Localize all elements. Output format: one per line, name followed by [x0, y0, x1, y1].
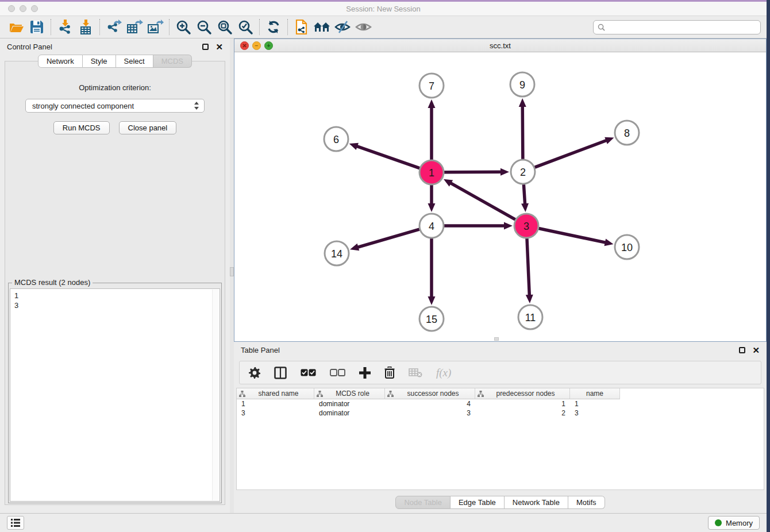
table-float-icon[interactable] — [739, 347, 745, 353]
zoom-in-button[interactable] — [173, 18, 194, 36]
task-history-button[interactable] — [7, 516, 24, 530]
column-type-icon — [387, 391, 394, 397]
export-network-button[interactable] — [103, 18, 124, 36]
export-image-button[interactable] — [145, 18, 165, 36]
float-panel-icon[interactable] — [202, 44, 209, 50]
table-cell[interactable]: 4 — [385, 399, 475, 408]
column-header-successor-nodes[interactable]: successor nodes — [385, 388, 475, 399]
table-settings-button[interactable] — [249, 365, 260, 380]
table-cell[interactable]: dominator — [314, 408, 385, 418]
node-table: shared nameMCDS rolesuccessor nodesprede… — [236, 388, 764, 490]
zoom-selected-button[interactable] — [235, 18, 256, 36]
node-label-9: 9 — [519, 79, 525, 91]
criterion-select[interactable]: strongly connected component — [25, 99, 205, 113]
first-neighbors-button[interactable] — [312, 18, 333, 36]
tab-network[interactable]: Network — [38, 55, 83, 68]
delete-table-button[interactable] — [409, 365, 422, 380]
delete-column-button[interactable] — [384, 365, 395, 380]
column-header-mcds-role[interactable]: MCDS role — [314, 388, 385, 399]
splitter-grip-icon[interactable] — [230, 267, 234, 276]
table-cell[interactable]: 3 — [570, 408, 620, 418]
import-network-button[interactable] — [55, 18, 75, 36]
gear-icon — [249, 367, 260, 379]
edge-2-9[interactable] — [522, 106, 523, 159]
run-mcds-button[interactable]: Run MCDS — [53, 121, 110, 134]
hide-selected-button[interactable] — [333, 18, 353, 36]
save-session-button[interactable] — [26, 18, 47, 36]
tab-network-table[interactable]: Network Table — [505, 496, 568, 509]
zoom-out-icon — [197, 20, 212, 35]
canvas-resize-grip[interactable] — [494, 337, 499, 341]
edge-3-11[interactable] — [527, 239, 529, 296]
result-item[interactable]: 3 — [14, 300, 220, 310]
import-table-button[interactable] — [75, 18, 96, 36]
network-titlebar: ✕ − + scc.txt — [234, 39, 766, 52]
apply-layout-button[interactable] — [263, 18, 284, 36]
open-session-button[interactable] — [6, 18, 26, 36]
result-item[interactable]: 1 — [14, 291, 220, 300]
open-folder-icon — [8, 19, 24, 35]
column-type-icon — [317, 391, 323, 397]
toolbar-separator — [99, 19, 100, 35]
tab-mcds[interactable]: MCDS — [153, 55, 192, 68]
arrowhead-4-15 — [428, 296, 436, 305]
select-stepper-icon — [194, 101, 199, 110]
close-panel-icon[interactable]: ✕ — [215, 44, 223, 50]
table-cell[interactable]: 1 — [570, 399, 620, 408]
close-panel-button[interactable]: Close panel — [119, 121, 177, 134]
node-label-1: 1 — [429, 167, 434, 179]
houses-icon — [313, 20, 332, 34]
tab-motifs[interactable]: Motifs — [568, 496, 605, 509]
table-row[interactable]: 1dominator411 — [237, 399, 764, 408]
column-header-predecessor-nodes[interactable]: predecessor nodes — [475, 388, 570, 399]
network-canvas[interactable]: 7968124314101511 — [234, 52, 766, 341]
table-close-icon[interactable]: ✕ — [752, 347, 760, 353]
export-table-button[interactable] — [124, 18, 145, 36]
table-cell[interactable]: dominator — [314, 399, 385, 408]
network-minimize-button[interactable]: − — [252, 41, 261, 50]
table-cell[interactable]: 2 — [475, 408, 570, 418]
column-type-icon — [478, 391, 484, 397]
table-cell[interactable]: 1 — [237, 399, 314, 408]
deselect-all-button[interactable] — [330, 365, 345, 380]
tab-style[interactable]: Style — [83, 55, 116, 68]
result-scrollbar-track[interactable] — [212, 290, 219, 500]
titlebar: Session: New Session — [0, 2, 767, 16]
edge-4-14[interactable] — [357, 229, 419, 247]
mcds-result-list[interactable]: 13 — [10, 288, 220, 502]
node-label-14: 14 — [331, 248, 342, 260]
vertical-splitter[interactable] — [230, 38, 234, 513]
table-cell[interactable]: 3 — [237, 408, 314, 418]
edge-3-10[interactable] — [540, 229, 606, 243]
clone-network-button[interactable] — [291, 18, 312, 36]
add-column-button[interactable] — [359, 365, 371, 380]
show-all-button[interactable] — [353, 18, 374, 36]
edge-1-2[interactable] — [445, 172, 502, 172]
column-header-name[interactable]: name — [570, 388, 620, 399]
tab-edge-table[interactable]: Edge Table — [451, 496, 505, 509]
export-network-icon — [106, 19, 122, 35]
search-input[interactable] — [608, 23, 756, 32]
select-all-button[interactable] — [301, 365, 316, 380]
table-cell[interactable]: 1 — [475, 399, 570, 408]
zoom-out-button[interactable] — [194, 18, 214, 36]
show-columns-button[interactable] — [274, 365, 287, 380]
function-builder-icon[interactable]: f(x) — [436, 367, 451, 379]
network-maximize-button[interactable]: + — [264, 41, 273, 50]
arrowhead-1-4 — [428, 203, 436, 212]
network-window: ✕ − + scc.txt 7968124314101511 — [234, 38, 767, 342]
edge-3-1[interactable] — [450, 183, 515, 219]
memory-button[interactable]: Memory — [708, 516, 760, 530]
table-cell[interactable]: 3 — [385, 408, 475, 418]
zoom-fit-button[interactable] — [214, 18, 235, 36]
column-header-shared-name[interactable]: shared name — [237, 388, 314, 399]
network-close-button[interactable]: ✕ — [240, 41, 249, 50]
table-header-row: shared nameMCDS rolesuccessor nodesprede… — [237, 388, 764, 399]
tab-node-table[interactable]: Node Table — [395, 496, 451, 509]
edge-2-3[interactable] — [523, 185, 525, 205]
tab-select[interactable]: Select — [116, 55, 153, 68]
edge-2-8[interactable] — [536, 140, 607, 167]
edge-1-6[interactable] — [356, 146, 419, 168]
table-row[interactable]: 3dominator323 — [237, 408, 764, 418]
delete-table-icon — [409, 368, 422, 377]
